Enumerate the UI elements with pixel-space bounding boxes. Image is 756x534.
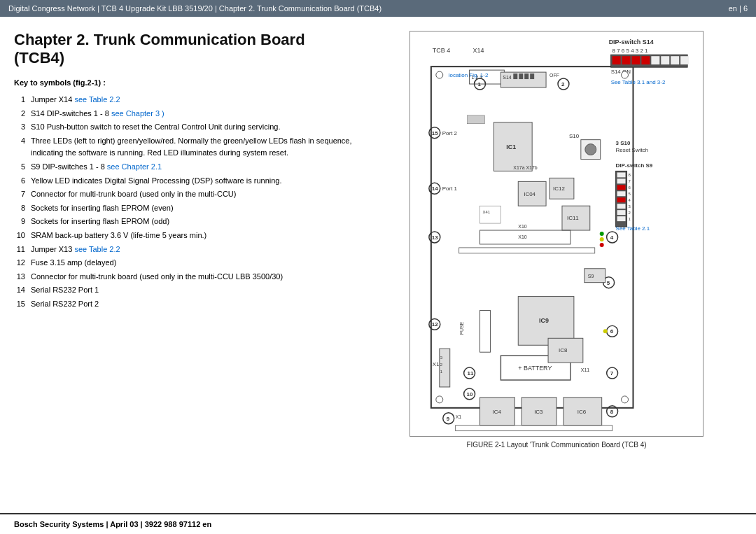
list-item: 8Sockets for inserting flash EPROM (even…	[14, 202, 357, 215]
item-text: SRAM back-up battery 3.6 V (life-time 5 …	[31, 230, 206, 242]
svg-text:7: 7	[610, 370, 614, 377]
chapter-title: Chapter 2. Trunk Communication Board (TC…	[14, 31, 357, 67]
item-link[interactable]: see Chapter 2.1	[107, 162, 162, 171]
item-number: 5	[14, 161, 25, 174]
svg-text:13: 13	[432, 234, 438, 241]
svg-rect-0	[410, 31, 703, 435]
svg-text:Port 2: Port 2	[442, 130, 458, 136]
board-diagram: TCB 4 X14 DIP-switch S14 8 7 6 5 4 3 2 1	[410, 31, 704, 437]
item-number: 12	[14, 257, 25, 269]
list-item: 13Connector for multi-trunk board (used …	[14, 271, 357, 283]
svg-text:IC8: IC8	[559, 347, 568, 353]
svg-text:TCB 4: TCB 4	[433, 47, 450, 54]
footer-bar: Bosch Security Systems | April 03 | 3922…	[0, 513, 756, 534]
svg-point-124	[622, 71, 629, 78]
list-item: 9Sockets for inserting flash EPROM (odd)	[14, 216, 357, 228]
svg-text:1: 1	[478, 81, 482, 87]
figure-caption: FIGURE 2-1 Layout 'Trunk Communication B…	[466, 441, 646, 449]
item-text: Fuse 3.15 amp (delayed)	[31, 257, 116, 269]
item-text: Sockets for inserting flash EPROM (odd)	[31, 216, 169, 228]
svg-point-125	[436, 396, 443, 403]
svg-text:8  7  6  5  4  3  2  1: 8 7 6 5 4 3 2 1	[612, 48, 648, 54]
item-number: 11	[14, 244, 25, 256]
item-number: 3	[14, 121, 25, 134]
svg-text:IC9: IC9	[539, 317, 549, 324]
item-text: Three LEDs (left to right) green/yellow/…	[31, 135, 357, 160]
item-text: Connector for multi-trunk board (used on…	[31, 271, 283, 283]
svg-rect-64	[617, 185, 626, 190]
svg-text:S14: S14	[503, 75, 512, 80]
header-bar: Digital Congress Network | TCB 4 Upgrade…	[0, 0, 756, 17]
main-content: Chapter 2. Trunk Communication Board (TC…	[0, 17, 756, 534]
list-item: 15Serial RS232 Port 2	[14, 298, 357, 311]
item-number: 8	[14, 202, 25, 215]
item-number: 9	[14, 216, 25, 228]
svg-text:See Table 3.1 and 3-2: See Table 3.1 and 3-2	[611, 79, 666, 85]
svg-rect-63	[617, 178, 626, 183]
svg-rect-66	[617, 197, 626, 202]
list-item: 14Serial RS232 Port 1	[14, 284, 357, 297]
list-item: 4Three LEDs (left to right) green/yellow…	[14, 135, 357, 160]
svg-rect-13	[671, 56, 679, 64]
item-text: Sockets for inserting flash EPROM (even)	[31, 202, 174, 215]
list-item: 10SRAM back-up battery 3.6 V (life-time …	[14, 230, 357, 242]
svg-text:X17a  X17b: X17a X17b	[513, 165, 538, 170]
svg-text:10: 10	[467, 391, 473, 398]
left-panel: Chapter 2. Trunk Communication Board (TC…	[14, 31, 357, 499]
svg-text:11: 11	[468, 370, 474, 377]
item-number: 13	[14, 271, 25, 283]
item-link[interactable]: see Table 2.2	[74, 95, 120, 104]
svg-point-53	[600, 237, 604, 241]
right-panel: TCB 4 X14 DIP-switch S14 8 7 6 5 4 3 2 1	[371, 31, 742, 499]
svg-rect-8	[622, 56, 631, 64]
svg-point-54	[600, 243, 604, 247]
list-item: 11Jumper X13 see Table 2.2	[14, 244, 357, 256]
svg-text:X11: X11	[581, 367, 590, 372]
svg-text:9: 9	[447, 416, 450, 422]
svg-rect-14	[680, 56, 689, 64]
svg-text:4: 4	[610, 234, 614, 241]
item-link[interactable]: see Chapter 3 )	[111, 109, 164, 118]
list-item: 6Yellow LED indicates Digital Signal Pro…	[14, 175, 357, 188]
svg-text:X10: X10	[518, 224, 527, 229]
item-number: 14	[14, 284, 25, 297]
page-info: en | 6	[729, 4, 748, 13]
svg-text:location Fig. 1-2: location Fig. 1-2	[449, 72, 489, 78]
item-number: 7	[14, 188, 25, 201]
list-item: 2S14 DIP-switches 1 - 8 see Chapter 3 )	[14, 108, 357, 120]
list-item: 12Fuse 3.15 amp (delayed)	[14, 257, 357, 269]
svg-point-123	[436, 71, 443, 78]
svg-text:IC1: IC1	[506, 143, 516, 150]
svg-text:DIP-switch S9: DIP-switch S9	[616, 162, 653, 169]
svg-rect-12	[661, 56, 669, 64]
item-text: S14 DIP-switches 1 - 8 see Chapter 3 )	[31, 108, 164, 120]
svg-rect-65	[617, 191, 626, 196]
item-text: S10 Push-button switch to reset the Cent…	[31, 121, 280, 134]
item-number: 15	[14, 298, 25, 311]
svg-rect-26	[513, 73, 517, 79]
svg-text:+  BATTERY: + BATTERY	[518, 365, 552, 372]
item-number: 2	[14, 108, 25, 120]
svg-rect-9	[631, 56, 640, 64]
svg-rect-29	[530, 73, 534, 79]
svg-text:6: 6	[610, 328, 614, 335]
svg-text:3  S10: 3 S10	[616, 140, 631, 146]
svg-text:X41: X41	[483, 210, 491, 214]
item-link[interactable]: see Table 2.2	[74, 245, 120, 253]
svg-rect-93	[440, 349, 450, 387]
svg-text:5: 5	[607, 280, 610, 286]
svg-text:Port 1: Port 1	[442, 185, 458, 192]
svg-point-56	[585, 144, 596, 155]
svg-text:X14: X14	[473, 47, 484, 54]
svg-text:IC6: IC6	[578, 409, 587, 415]
board-svg: TCB 4 X14 DIP-switch S14 8 7 6 5 4 3 2 1	[410, 31, 703, 436]
svg-point-126	[622, 396, 629, 403]
list-item: 3S10 Push-button switch to reset the Cen…	[14, 121, 357, 134]
svg-text:IC12: IC12	[553, 185, 565, 192]
svg-rect-11	[651, 56, 659, 64]
svg-text:15: 15	[432, 130, 438, 136]
svg-text:IC11: IC11	[567, 215, 579, 221]
item-text: S9 DIP-switches 1 - 8 see Chapter 2.1	[31, 161, 162, 174]
page-body: Chapter 2. Trunk Communication Board (TC…	[0, 17, 756, 513]
svg-point-87	[603, 329, 608, 333]
